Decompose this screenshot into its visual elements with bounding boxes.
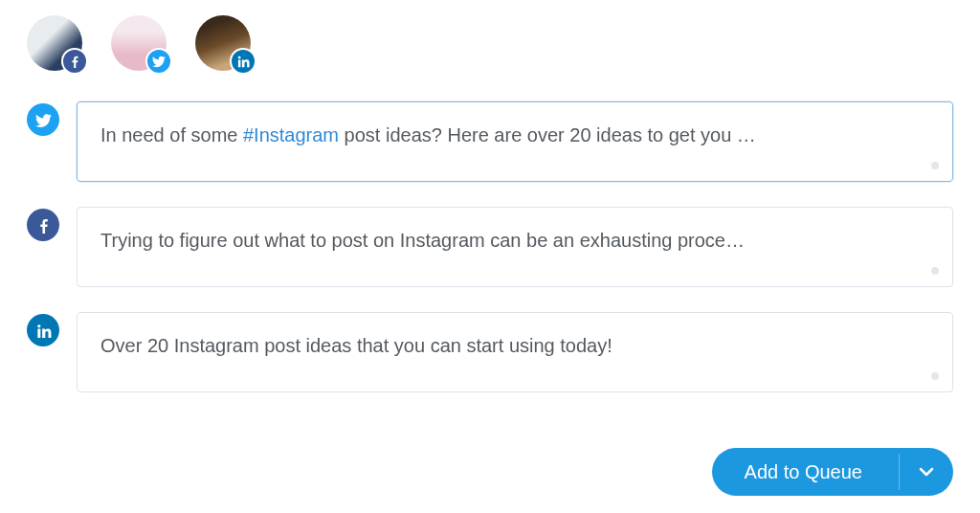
composer-text: Over 20 Instagram post ideas that you ca… bbox=[100, 335, 612, 356]
status-dot bbox=[931, 267, 939, 275]
footer-actions: Add to Queue bbox=[712, 448, 953, 496]
add-to-queue-label: Add to Queue bbox=[712, 448, 899, 496]
account-avatar-linkedin[interactable] bbox=[195, 15, 251, 71]
composer-text: Trying to figure out what to post on Ins… bbox=[100, 230, 745, 251]
chevron-down-icon bbox=[918, 463, 935, 480]
status-dot bbox=[931, 372, 939, 380]
composer-input-facebook[interactable]: Trying to figure out what to post on Ins… bbox=[77, 207, 953, 287]
twitter-icon bbox=[27, 103, 59, 136]
facebook-icon bbox=[27, 209, 59, 241]
account-avatar-facebook[interactable] bbox=[27, 15, 82, 71]
composer-row-twitter: In need of some #Instagram post ideas? H… bbox=[27, 101, 953, 182]
hashtag[interactable]: #Instagram bbox=[243, 124, 339, 145]
queue-dropdown-toggle[interactable] bbox=[900, 448, 953, 496]
account-avatars bbox=[27, 15, 953, 71]
facebook-icon bbox=[61, 48, 88, 75]
composer-input-twitter[interactable]: In need of some #Instagram post ideas? H… bbox=[77, 101, 953, 182]
composer-text: In need of some #Instagram post ideas? H… bbox=[100, 124, 756, 145]
composer-input-linkedin[interactable]: Over 20 Instagram post ideas that you ca… bbox=[77, 312, 953, 392]
linkedin-icon bbox=[27, 314, 59, 346]
composer-row-linkedin: Over 20 Instagram post ideas that you ca… bbox=[27, 312, 953, 392]
composer-row-facebook: Trying to figure out what to post on Ins… bbox=[27, 207, 953, 287]
twitter-icon bbox=[145, 48, 172, 75]
status-dot bbox=[931, 162, 939, 169]
account-avatar-twitter[interactable] bbox=[111, 15, 167, 71]
linkedin-icon bbox=[230, 48, 256, 75]
add-to-queue-button[interactable]: Add to Queue bbox=[712, 448, 953, 496]
composer-list: In need of some #Instagram post ideas? H… bbox=[27, 101, 953, 392]
